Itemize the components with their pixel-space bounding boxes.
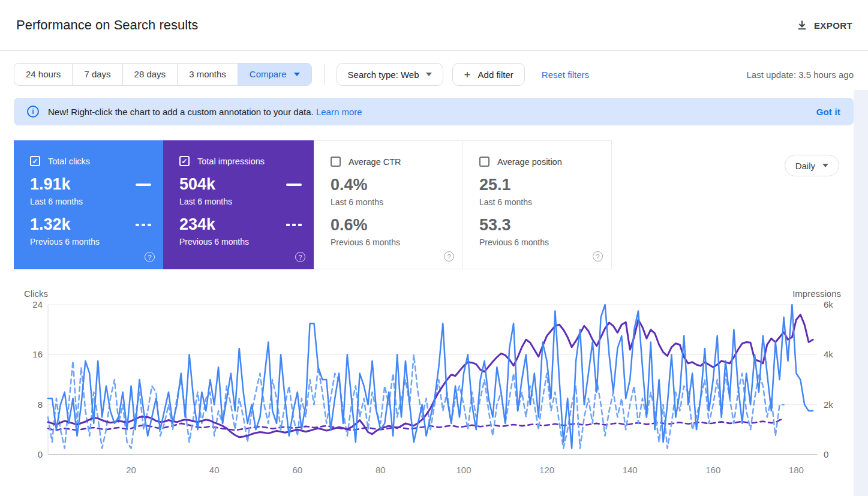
metric-value-current: 0.4% xyxy=(331,177,368,193)
date-range-group: 24 hours 7 days 28 days 3 months Compare xyxy=(14,63,312,86)
right-axis-tick: 2k xyxy=(824,399,833,410)
right-axis-tick: 4k xyxy=(824,349,833,359)
metric-value-previous: 53.3 xyxy=(479,217,511,233)
metric-period-previous: Previous 6 months xyxy=(30,237,151,247)
app-background-strip xyxy=(854,90,868,496)
learn-more-link[interactable]: Learn more xyxy=(316,107,362,117)
solid-line-legend-icon xyxy=(286,184,302,186)
left-axis-tick: 24 xyxy=(32,299,43,309)
left-axis-title: Clicks xyxy=(24,288,48,299)
metric-card-total-clicks[interactable]: ✓ Total clicks 1.91k Last 6 months 1.32k… xyxy=(14,140,163,269)
metric-card-total-impressions[interactable]: ✓ Total impressions 504k Last 6 months 2… xyxy=(163,140,314,269)
total-impressions-checkbox[interactable]: ✓ xyxy=(179,156,190,166)
got-it-button[interactable]: Got it xyxy=(816,107,840,117)
date-range-7-days[interactable]: 7 days xyxy=(73,64,122,85)
export-label: EXPORT xyxy=(814,20,852,31)
metric-value-previous: 234k xyxy=(179,217,215,233)
metric-value-current: 504k xyxy=(179,176,215,193)
chevron-down-icon xyxy=(426,73,432,76)
reset-filters-link[interactable]: Reset filters xyxy=(542,70,589,80)
metrics-spacer: Daily xyxy=(612,140,854,269)
average-position-checkbox[interactable] xyxy=(479,157,489,167)
x-axis-tick: 140 xyxy=(623,465,638,475)
checkmark-icon: ✓ xyxy=(181,158,187,165)
metric-card-average-position[interactable]: Average position 25.1 Last 6 months 53.3… xyxy=(462,140,612,269)
x-axis-tick: 180 xyxy=(789,465,804,475)
add-filter-button[interactable]: + Add filter xyxy=(452,63,524,86)
metric-period-previous: Previous 6 months xyxy=(479,238,599,247)
metric-label: Average position xyxy=(497,157,562,167)
metric-card-header: Average position xyxy=(479,157,599,167)
solid-line-legend-icon xyxy=(136,184,151,186)
toolbar-divider xyxy=(324,64,325,85)
x-axis-tick: 20 xyxy=(126,465,136,475)
left-axis-tick: 16 xyxy=(32,349,43,359)
date-range-3-months[interactable]: 3 months xyxy=(178,64,238,85)
last-update-text: Last update: 3.5 hours ago xyxy=(747,70,854,80)
date-range-24-hours[interactable]: 24 hours xyxy=(14,64,73,85)
performance-chart[interactable]: 08162402k4k6k20406080100120140160180Clic… xyxy=(14,269,854,485)
metric-label: Total clicks xyxy=(48,157,90,166)
help-icon[interactable]: ? xyxy=(295,252,305,262)
average-ctr-checkbox[interactable] xyxy=(331,157,341,167)
help-icon[interactable]: ? xyxy=(444,251,454,261)
x-axis-tick: 80 xyxy=(376,465,386,475)
dashed-line-legend-icon xyxy=(286,224,302,226)
download-icon xyxy=(796,19,808,31)
metric-value-previous: 0.6% xyxy=(331,217,368,233)
help-icon[interactable]: ? xyxy=(145,252,155,262)
metric-card-header: ✓ Total impressions xyxy=(179,156,302,166)
metric-period-current: Last 6 months xyxy=(331,197,450,207)
metric-value-previous: 1.32k xyxy=(30,217,71,233)
compare-label: Compare xyxy=(250,64,287,85)
x-axis-tick: 160 xyxy=(705,465,720,475)
dashed-line-legend-icon xyxy=(136,224,151,226)
page-title: Performance on Search results xyxy=(16,17,198,33)
left-axis-tick: 0 xyxy=(38,449,43,459)
metric-card-header: ✓ Total clicks xyxy=(30,156,151,166)
compare-dropdown[interactable]: Compare xyxy=(238,64,311,85)
total-clicks-checkbox[interactable]: ✓ xyxy=(30,156,40,166)
metric-value-current: 1.91k xyxy=(30,176,71,193)
help-icon[interactable]: ? xyxy=(593,251,603,261)
info-icon: i xyxy=(27,106,39,118)
search-type-dropdown[interactable]: Search type: Web xyxy=(337,63,444,86)
granularity-label: Daily xyxy=(795,161,815,171)
metric-label: Average CTR xyxy=(349,157,401,167)
metric-period-current: Last 6 months xyxy=(479,197,599,207)
right-axis-title: Impressions xyxy=(792,288,841,299)
metric-value-current: 25.1 xyxy=(479,177,511,193)
metric-card-header: Average CTR xyxy=(331,157,450,167)
right-axis-tick: 0 xyxy=(824,449,828,459)
plus-icon: + xyxy=(464,69,470,80)
export-button[interactable]: EXPORT xyxy=(792,19,856,32)
metrics-row: ✓ Total clicks 1.91k Last 6 months 1.32k… xyxy=(14,140,854,269)
x-axis-tick: 40 xyxy=(209,465,220,475)
checkmark-icon: ✓ xyxy=(32,158,38,165)
metric-card-average-ctr[interactable]: Average CTR 0.4% Last 6 months 0.6% Prev… xyxy=(314,140,463,269)
x-axis-tick: 60 xyxy=(292,465,302,475)
chevron-down-icon xyxy=(294,73,300,76)
annotation-banner: i New! Right-click the chart to add a cu… xyxy=(14,98,854,125)
filter-toolbar: 24 hours 7 days 28 days 3 months Compare… xyxy=(14,63,854,86)
search-type-label: Search type: Web xyxy=(348,70,419,80)
metric-period-previous: Previous 6 months xyxy=(179,237,302,247)
add-filter-label: Add filter xyxy=(478,70,513,80)
right-axis-tick: 6k xyxy=(824,299,833,309)
metric-period-current: Last 6 months xyxy=(179,197,302,206)
banner-text: New! Right-click the chart to add a cust… xyxy=(48,107,362,117)
date-range-28-days[interactable]: 28 days xyxy=(123,64,178,85)
x-axis-tick: 120 xyxy=(539,465,554,475)
metric-period-previous: Previous 6 months xyxy=(331,238,450,247)
metric-period-current: Last 6 months xyxy=(30,197,151,206)
page-header: Performance on Search results EXPORT xyxy=(0,0,868,51)
chevron-down-icon xyxy=(822,164,828,167)
metric-label: Total impressions xyxy=(197,157,265,166)
left-axis-tick: 8 xyxy=(38,399,43,410)
granularity-dropdown[interactable]: Daily xyxy=(785,155,839,176)
performance-chart-svg: 08162402k4k6k20406080100120140160180Clic… xyxy=(14,269,854,485)
x-axis-tick: 100 xyxy=(456,465,471,475)
